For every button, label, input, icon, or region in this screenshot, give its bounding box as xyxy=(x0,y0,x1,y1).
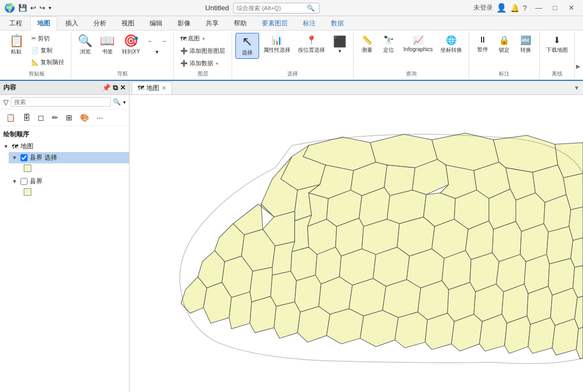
map-expand-icon[interactable]: ▼ xyxy=(3,143,10,149)
tab-analysis[interactable]: 分析 xyxy=(86,16,113,30)
measure-button[interactable]: 📏 测量 xyxy=(357,33,377,56)
layer-items: 🗺底图▾ ➕添加图形图层 ➕添加数据▾ xyxy=(177,33,228,69)
svg-marker-59 xyxy=(295,275,321,312)
add-data-button[interactable]: ➕添加数据▾ xyxy=(177,58,222,69)
copy-button[interactable]: 📄复制 xyxy=(28,45,67,56)
browse-button[interactable]: 🔍 浏览 xyxy=(74,33,96,58)
nav-dropdown[interactable]: ▾ xyxy=(144,47,170,57)
sidebar-close-icon[interactable]: ✕ xyxy=(120,84,126,92)
tab-view[interactable]: 视图 xyxy=(114,16,141,30)
measure-icon: 📏 xyxy=(362,35,372,45)
tab-imagery[interactable]: 影像 xyxy=(171,16,198,30)
tab-map[interactable]: 地图 xyxy=(30,16,57,31)
lock-button[interactable]: 🔒 锁定 xyxy=(494,33,514,56)
add-graphic-icon: ➕ xyxy=(180,47,188,54)
tab-label[interactable]: 标注 xyxy=(296,16,323,30)
user-icon[interactable]: 👤 xyxy=(496,3,507,13)
ribbon-panel: 📋 粘贴 ✂剪切 📄复制 📐复制脑径 剪贴板 🔍 浏览 📖 xyxy=(0,31,583,80)
ribbon-expand-icon[interactable]: ▸ xyxy=(576,61,580,71)
main-area: 内容 📌 ⧉ ✕ ▽ 🔍 ▾ 📋 🗄 ◻ ✏ ⊞ 🎨 ··· 绘制顺序 xyxy=(0,81,583,392)
undo-icon[interactable]: ↩ xyxy=(30,4,36,12)
layer-table-icon[interactable]: ⊞ xyxy=(63,112,75,123)
map-tab[interactable]: 🗺 地图 ✕ xyxy=(132,81,172,94)
sidebar-float-icon[interactable]: ⧉ xyxy=(113,84,118,92)
layer-symbol-icon[interactable]: 🎨 xyxy=(77,112,92,123)
coord-convert-button[interactable]: 🌐 坐标转换 xyxy=(437,33,465,56)
layer-group-label: 图层 xyxy=(198,70,208,78)
cut-button[interactable]: ✂剪切 xyxy=(28,33,67,44)
county-sel-expand[interactable]: ▼ xyxy=(12,155,18,161)
layer-filter-icon[interactable]: ◻ xyxy=(35,112,47,123)
ribbon-group-selection: ↖ 选择 📊 属性性选择 📍 按位置选择 ⬛ ▾ 选择 xyxy=(232,32,354,79)
goto-xy-button[interactable]: 🎯 转到XY xyxy=(119,33,143,58)
layer-db-icon[interactable]: 🗄 xyxy=(20,112,33,123)
convert-icon: 🔤 xyxy=(520,35,531,45)
convert-button[interactable]: 🔤 转换 xyxy=(516,33,536,56)
minimize-button[interactable]: — xyxy=(531,2,546,14)
infographics-button[interactable]: 📈 Infographics xyxy=(400,33,436,54)
tab-project[interactable]: 工程 xyxy=(2,16,29,30)
layer-item-county[interactable]: ▼ 县界 xyxy=(9,176,129,187)
query-items: 📏 测量 🔭 定位 📈 Infographics 🌐 坐标转换 xyxy=(357,33,465,69)
ribbon-group-layer: 🗺底图▾ ➕添加图形图层 ➕添加数据▾ 图层 xyxy=(174,32,232,79)
layer-item-map[interactable]: ▼ 🗺 地图 xyxy=(0,141,129,152)
tab-help[interactable]: 帮助 xyxy=(227,16,254,30)
paste-button[interactable]: 📋 粘贴 xyxy=(5,33,27,58)
nav-forward-button[interactable]: → xyxy=(158,36,170,46)
sidebar-pin-icon[interactable]: 📌 xyxy=(102,84,111,92)
global-search-box[interactable]: 🔍 xyxy=(233,3,320,13)
redo-icon[interactable]: ↪ xyxy=(39,4,45,12)
view-expand-icon[interactable]: ▾ xyxy=(573,84,581,92)
help-icon[interactable]: ? xyxy=(523,4,527,12)
bookmark-button[interactable]: 📖 书签 xyxy=(97,33,118,58)
svg-marker-73 xyxy=(250,297,276,333)
basemap-button[interactable]: 🗺底图▾ xyxy=(177,33,208,44)
tab-feature-layer[interactable]: 要素图层 xyxy=(255,16,295,30)
selection-more-button[interactable]: ⬛ ▾ xyxy=(329,33,350,56)
tab-edit[interactable]: 编辑 xyxy=(143,16,170,30)
copy-path-button[interactable]: 📐复制脑径 xyxy=(28,57,67,68)
layer-list-icon[interactable]: 📋 xyxy=(3,112,18,123)
map-svg[interactable] xyxy=(130,95,583,392)
map-canvas[interactable] xyxy=(130,95,583,392)
svg-marker-78 xyxy=(395,312,428,348)
filter-icon[interactable]: ▽ xyxy=(3,98,9,106)
app-icon: 🌍 xyxy=(4,3,15,13)
ribbon-expand[interactable]: ▸ xyxy=(575,32,580,79)
nav-back-button[interactable]: ← xyxy=(144,36,157,46)
attribute-select-button[interactable]: 📊 属性性选择 xyxy=(260,33,294,56)
notification-icon[interactable]: 🔔 xyxy=(510,4,519,12)
lock-label: 锁定 xyxy=(499,46,510,54)
layer-item-county-selected[interactable]: ▼ 县界 选择 xyxy=(9,152,129,163)
layer-more-icon[interactable]: ··· xyxy=(94,112,106,123)
paste-label: 粘贴 xyxy=(11,48,22,56)
layer-search-input[interactable] xyxy=(11,97,111,107)
quick-save-icon[interactable]: 💾 xyxy=(18,4,27,12)
close-button[interactable]: ✕ xyxy=(564,2,579,14)
map-tab-close[interactable]: ✕ xyxy=(161,85,166,92)
title-left-icons: 🌍 💾 ↩ ↪ ▾ xyxy=(4,3,51,13)
select-button[interactable]: ↖ 选择 xyxy=(235,33,259,59)
locate-button[interactable]: 🔭 定位 xyxy=(378,33,399,56)
global-search-input[interactable] xyxy=(236,5,307,11)
tab-share[interactable]: 共享 xyxy=(199,16,226,30)
locate-label: 定位 xyxy=(383,46,394,54)
download-map-button[interactable]: ⬇ 下载地图 xyxy=(543,33,571,56)
maximize-button[interactable]: □ xyxy=(547,2,562,14)
map-tab-icon: 🗺 xyxy=(138,84,144,92)
dropdown-icon[interactable]: ▾ xyxy=(49,5,51,11)
pause-button[interactable]: ⏸ 暂停 xyxy=(472,33,493,56)
add-graphic-layer-button[interactable]: ➕添加图形图层 xyxy=(177,45,228,57)
location-select-button[interactable]: 📍 按位置选择 xyxy=(295,33,328,56)
county-sel-checkbox[interactable] xyxy=(21,154,28,161)
selection-label: 选择 xyxy=(287,70,298,78)
layer-draw-icon[interactable]: ✏ xyxy=(49,112,61,123)
tab-insert[interactable]: 插入 xyxy=(58,16,85,30)
coord-label: 坐标转换 xyxy=(440,46,462,54)
tab-data[interactable]: 数据 xyxy=(324,16,351,30)
search-go-icon[interactable]: 🔍 xyxy=(113,98,121,106)
svg-marker-58 xyxy=(270,271,296,306)
search-dropdown-icon[interactable]: ▾ xyxy=(123,99,126,105)
county-checkbox[interactable] xyxy=(21,178,28,185)
county-expand[interactable]: ▼ xyxy=(12,178,18,184)
